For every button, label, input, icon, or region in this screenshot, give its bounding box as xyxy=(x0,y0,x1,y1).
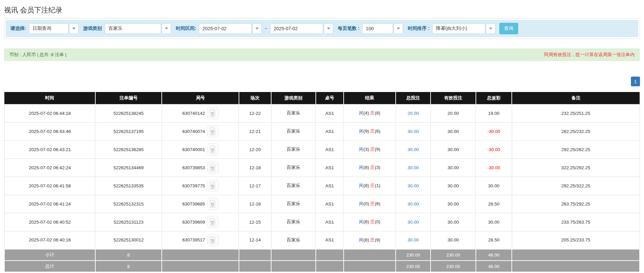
cell-result: 闲(8) 庄(1) xyxy=(344,177,396,195)
video-record-icon xyxy=(209,182,216,190)
cell-payout: 28.50 xyxy=(476,195,512,213)
page-button-1[interactable]: 1 xyxy=(631,77,640,86)
player-points: (8) xyxy=(363,165,369,170)
round-id-value: 630739609 xyxy=(182,220,205,225)
cell-round-id: 630740001 xyxy=(162,140,239,158)
table-row: 2025-07-02 06:40:16 522625130012 6307395… xyxy=(4,231,640,249)
cell-payout: 28.50 xyxy=(476,231,512,249)
header-round-id: 局号 xyxy=(162,92,239,104)
cell-result: 闲(0) 庄(6) xyxy=(344,195,396,213)
subtotal-label: 小计 xyxy=(4,249,95,261)
total-bet-link[interactable]: 30.00 xyxy=(407,237,419,242)
banker-points: (9) xyxy=(375,147,381,152)
total-bet-link[interactable]: 30.00 xyxy=(407,183,419,188)
table-header: 时间 注单编号 局号 场次 游戏类别 桌号 结果 总投注 有效投注 总派彩 备注 xyxy=(4,92,640,104)
cell-round-id: 630739775 xyxy=(162,177,239,195)
cell-table-no: AS1 xyxy=(316,213,344,231)
cell-valid-bet: 30.00 xyxy=(431,195,476,213)
cell-result: 闲(3) 庄(9) xyxy=(344,140,396,158)
subtotal-valid-bet: 230.00 xyxy=(431,249,476,261)
sort-caret-button[interactable] xyxy=(486,24,495,34)
page-size-caret-button[interactable] xyxy=(394,24,403,34)
player-result: 闲 xyxy=(359,129,364,134)
video-replay-button[interactable] xyxy=(207,216,218,228)
cell-game-type: 百家乐 xyxy=(271,231,316,249)
subtotal-total-bet: 230.00 xyxy=(396,249,431,261)
cell-remark: 263.75/292.25 xyxy=(512,195,640,213)
cell-valid-bet: 30.00 xyxy=(431,140,476,158)
cell-round-id: 630739517 xyxy=(162,231,239,249)
cell-game-type: 百家乐 xyxy=(271,195,316,213)
chevron-down-icon xyxy=(327,28,330,30)
player-result: 闲 xyxy=(359,110,364,116)
table-row: 2025-07-02 06:43:21 522625136285 6307400… xyxy=(4,140,640,158)
chevron-down-icon xyxy=(72,28,76,30)
cell-game-type: 百家乐 xyxy=(271,140,316,158)
date-from-value[interactable]: 2025-07-02 xyxy=(199,24,252,34)
cell-table-no: AS1 xyxy=(316,122,344,140)
banker-result: 庄 xyxy=(370,147,375,152)
video-replay-button[interactable] xyxy=(207,198,218,210)
player-points: (0) xyxy=(363,201,369,206)
page-size-value[interactable]: 100 xyxy=(362,24,393,34)
player-points: (9) xyxy=(363,129,369,134)
cell-round-id: 630740142 xyxy=(162,104,239,122)
cell-time: 2025-07-02 06:40:52 xyxy=(4,213,95,231)
video-replay-button[interactable] xyxy=(207,234,218,246)
date-to-caret-button[interactable] xyxy=(324,24,333,34)
game-type-caret-button[interactable] xyxy=(162,24,171,34)
cell-result: 闲(8) 庄(9) xyxy=(344,231,396,249)
table-body: 2025-07-02 06:44:18 522625138245 6307401… xyxy=(4,104,640,249)
player-result: 闲 xyxy=(359,165,364,170)
query-type-caret-button[interactable] xyxy=(69,24,79,34)
cell-game-type: 百家乐 xyxy=(271,213,316,231)
cell-time: 2025-07-02 06:43:46 xyxy=(4,122,95,140)
banker-points: (3) xyxy=(375,165,381,170)
date-from-caret-button[interactable] xyxy=(252,24,262,34)
cell-time: 2025-07-02 06:40:16 xyxy=(4,231,95,249)
filter-panel: 请选择: 日期查询 游戏类别 百家乐 时间区间: 2025-07-02 ~ 20… xyxy=(4,18,640,39)
currency-summary: 币别 : 人民币 | 总共 :8 注单 | xyxy=(9,52,66,58)
query-type-value[interactable]: 日期查询 xyxy=(29,24,68,34)
cell-round-id: 630739609 xyxy=(162,213,239,231)
cell-total-bet: 30.00 xyxy=(396,158,431,177)
cell-time: 2025-07-02 06:42:24 xyxy=(4,158,95,177)
video-replay-button[interactable] xyxy=(207,107,218,119)
total-bet-link[interactable]: 30.00 xyxy=(407,129,419,134)
total-bet-link[interactable]: 20.00 xyxy=(407,111,419,116)
cell-result: 闲(4) 庄(8) xyxy=(344,104,396,122)
cell-session: 12-16 xyxy=(239,195,271,213)
round-id-value: 630739853 xyxy=(182,165,205,170)
banker-result: 庄 xyxy=(370,219,375,224)
total-bet-link[interactable]: 30.00 xyxy=(407,201,419,207)
cell-game-type: 百家乐 xyxy=(271,122,316,140)
round-id-value: 630739685 xyxy=(182,201,205,207)
cell-remark: 233.75/263.75 xyxy=(512,213,640,231)
player-points: (8) xyxy=(363,237,369,242)
query-button[interactable]: 查询 xyxy=(499,23,518,34)
cell-remark: 232.25/251.25 xyxy=(512,104,640,122)
total-bet-link[interactable]: 30.00 xyxy=(407,220,419,225)
header-game-type: 游戏类别 xyxy=(271,92,316,104)
game-type-label: 游戏类别 xyxy=(83,26,102,32)
cell-remark: 322.25/292.25 xyxy=(512,158,640,177)
game-type-value[interactable]: 百家乐 xyxy=(105,24,161,34)
video-replay-button[interactable] xyxy=(207,125,218,137)
cell-round-id: 630739853 xyxy=(162,158,239,177)
video-replay-button[interactable] xyxy=(207,143,218,155)
cell-time: 2025-07-02 06:41:58 xyxy=(4,177,95,195)
video-replay-button[interactable] xyxy=(207,162,218,174)
video-record-icon xyxy=(209,145,216,153)
cell-total-bet: 20.00 xyxy=(396,104,431,122)
header-session: 场次 xyxy=(239,92,271,104)
cell-bet-id: 522625132315 xyxy=(95,195,162,213)
date-to-value[interactable]: 2025-07-02 xyxy=(270,24,323,34)
total-bet-link[interactable]: 30.00 xyxy=(407,147,419,152)
header-time: 时间 xyxy=(4,92,95,104)
total-count: 8 xyxy=(95,261,162,272)
video-replay-button[interactable] xyxy=(207,180,218,192)
sort-value[interactable]: 降幂(由大到小) xyxy=(432,24,485,34)
cell-result: 闲(8) 庄(3) xyxy=(344,158,396,177)
sort-select: 降幂(由大到小) xyxy=(432,24,495,34)
total-bet-link[interactable]: 30.00 xyxy=(407,165,419,170)
